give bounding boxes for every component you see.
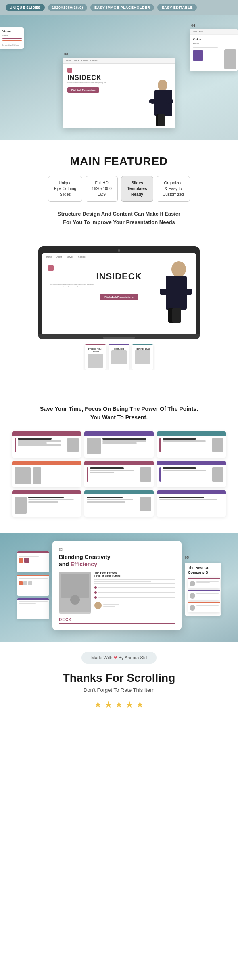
svg-point-14 <box>70 595 80 605</box>
gs-header-4 <box>12 461 81 465</box>
thumb-inner-2: Featured <box>109 345 129 369</box>
panel-body-3 <box>17 600 49 606</box>
slide-logo <box>67 68 171 73</box>
slide-03-label: 03 <box>63 52 175 56</box>
grid-slide-7 <box>12 490 81 517</box>
slide-nav-bar: Home About Service Contact <box>63 58 175 64</box>
gs-header-6 <box>157 461 226 465</box>
gs-body-9 <box>157 494 226 504</box>
grid-slide-9 <box>157 490 226 517</box>
rp-card-2 <box>188 590 220 600</box>
grid-slide-3 <box>157 431 226 458</box>
gs-body-8 <box>84 494 153 513</box>
badge-unique-slides[interactable]: UNIQUE SLIDES <box>6 4 45 11</box>
slide-thumbnails-row: Predict Your Future Featured THANK YOU <box>83 344 155 371</box>
thumb-img-2 <box>111 350 127 364</box>
badge-resolution[interactable]: 1920X1080(16:9) <box>48 4 88 11</box>
feature-subtitle: Structure Design And Content Can Make It… <box>8 210 230 227</box>
gs-body-1 <box>12 436 81 454</box>
thumb-inner-1: Predict Your Future <box>85 345 106 371</box>
gs-body-2 <box>84 436 153 456</box>
thumb-label-1: Predict Your Future <box>88 348 103 354</box>
thumb-thank-you: THANK YOU <box>132 344 153 371</box>
main-featured-section: MAIN FEATURED Unique Eye-Cothing Slides … <box>0 140 238 392</box>
laptop-person-image <box>160 260 192 323</box>
featured-slide-num: 03 <box>59 547 175 552</box>
footer-dont-forget: Don't Forget To Rate This Item <box>84 687 154 693</box>
gs-body-7 <box>12 494 81 516</box>
save-time-line1: Save Your Time, Focus On Being The Power… <box>40 406 198 412</box>
panel-slide-3 <box>17 598 49 619</box>
laptop-screen-nav: Home About Service Contact <box>42 253 196 260</box>
laptop-cta-button[interactable]: Pitch deck Presentations <box>100 294 138 300</box>
rp-body-2 <box>188 591 220 600</box>
featured-inner: 03 Blending Creativity and Efficiency <box>52 541 182 630</box>
rp-body-1 <box>188 579 220 588</box>
save-time-section: Save Your Time, Focus On Being The Power… <box>0 392 238 533</box>
grid-slide-6 <box>157 461 226 487</box>
bullet-line-2 <box>98 592 175 593</box>
feature-badge-organized: Organized& Easy toCustomized <box>157 176 190 202</box>
featured-content-row: The Best PersonPredict Your Future <box>59 572 175 614</box>
laptop-screen-body: INSIDECK Lorem ipsum dolor sit amet cons… <box>42 260 196 323</box>
laptop-body: Home About Service Contact INSIDECK Lore… <box>38 246 200 334</box>
star-3[interactable]: ★ <box>115 699 123 710</box>
rp-lines-1 <box>196 581 219 586</box>
laptop-nav-contact: Contact <box>78 255 85 258</box>
thumb-inner-3: THANK YOU <box>132 345 153 369</box>
laptop-screen: Home About Service Contact INSIDECK Lore… <box>42 253 196 334</box>
panel-body-1 <box>17 553 49 564</box>
featured-bullet-3 <box>94 596 175 599</box>
right-slide-num: 05 <box>185 555 221 559</box>
gs-body-6 <box>157 465 226 484</box>
grid-slide-1 <box>12 431 81 458</box>
badge-image-placeholder[interactable]: EASY IMAGE PLACEHOLDER <box>90 4 154 11</box>
hero-section: Vision Value Innovative Pitches 03 Home … <box>0 15 238 140</box>
star-4[interactable]: ★ <box>125 699 134 710</box>
panel-slide-1 <box>17 551 49 572</box>
star-5[interactable]: ★ <box>136 699 144 710</box>
gs-text-9 <box>159 497 223 501</box>
slide-body-text: Lorem ipsum dolor sit amet consectetur a… <box>67 82 116 84</box>
laptop-section: Home About Service Contact INSIDECK Lore… <box>8 238 230 383</box>
save-time-line2: You Want To Present. <box>90 414 148 421</box>
gs-accent-1 <box>15 438 16 452</box>
laptop-base <box>38 334 200 339</box>
bullet-dot-3 <box>94 596 97 599</box>
featured-text-lines <box>94 579 175 584</box>
gs-accent-5 <box>87 467 88 482</box>
laptop-nav-about: About <box>56 255 62 258</box>
featured-main-slide: 03 Blending Creativity and Efficiency <box>52 541 182 630</box>
grid-slide-5 <box>84 461 153 487</box>
laptop-wrapper: Home About Service Contact INSIDECK Lore… <box>38 246 200 339</box>
star-1[interactable]: ★ <box>94 699 102 710</box>
featured-heading-part1: Blending Creativity <box>59 554 111 560</box>
slide-cta-button[interactable]: Pitch deck Presentations <box>67 87 99 93</box>
gs-img-7 <box>15 497 27 514</box>
featured-bullet-2 <box>94 591 175 594</box>
rp-card-3 <box>188 602 220 612</box>
gs-header-7 <box>12 490 81 494</box>
right-slide-card: The Best OuCompany S <box>185 563 221 616</box>
gs-body-4 <box>12 465 81 487</box>
gs-text-1 <box>18 438 66 452</box>
svg-rect-5 <box>158 114 165 126</box>
top-badges-bar: UNIQUE SLIDES 1920X1080(16:9) EASY IMAGE… <box>0 0 238 15</box>
featured-heading-part2: and <box>59 561 71 567</box>
star-2[interactable]: ★ <box>104 699 113 710</box>
feature-badges-row: Unique Eye-Cothing Slides Full HD1920x10… <box>8 176 230 202</box>
gs-body-3 <box>157 436 226 454</box>
badge-editable[interactable]: EASY EDITABLE <box>157 4 197 11</box>
thumb-img-3 <box>135 350 150 364</box>
laptop-logo-icon <box>48 265 54 271</box>
rp-card-1 <box>188 578 220 588</box>
gs-text-7 <box>28 497 79 514</box>
svg-rect-11 <box>172 308 181 323</box>
hero-right-slide: 04 Home About Vision Value <box>190 23 238 71</box>
featured-slide-wrapper: 03 Blending Creativity and Efficiency <box>4 541 234 630</box>
featured-heading-highlight: Efficiency <box>71 561 97 567</box>
rp-lines-2 <box>196 593 219 599</box>
gs-accent-6 <box>159 467 161 482</box>
featured-sub-heading: The Best PersonPredict Your Future <box>94 572 175 577</box>
thumb-img-1 <box>88 354 103 368</box>
